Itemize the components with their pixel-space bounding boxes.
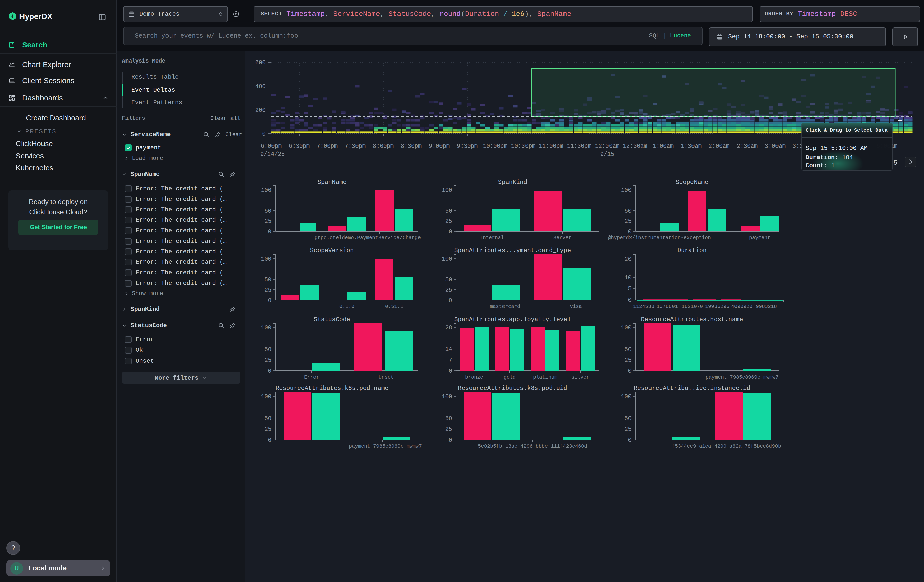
svg-text:9:00pm: 9:00pm [429, 143, 450, 150]
svg-text:10:00pm: 10:00pm [483, 143, 508, 150]
svg-text:bronze: bronze [465, 374, 483, 380]
svg-text:6:30pm: 6:30pm [289, 143, 310, 150]
svg-text:50: 50 [624, 346, 632, 353]
svg-text:7:00pm: 7:00pm [317, 143, 338, 150]
svg-text:400: 400 [255, 83, 266, 90]
svg-text:50: 50 [445, 415, 452, 422]
svg-text:100: 100 [261, 325, 271, 331]
svg-text:ScopeName: ScopeName [676, 179, 708, 186]
svg-text:SpanAttributes...yment.card_ty: SpanAttributes...yment.card_type [454, 247, 571, 254]
svg-text:25: 25 [445, 218, 452, 225]
svg-text:25: 25 [264, 287, 271, 293]
svg-text:20: 20 [624, 256, 632, 263]
svg-text:50: 50 [624, 415, 632, 422]
svg-text:10: 10 [624, 275, 632, 281]
svg-text:0: 0 [449, 229, 452, 235]
svg-text:0: 0 [449, 297, 452, 304]
svg-text:mastercard: mastercard [490, 303, 520, 310]
svg-text:Count: 1: Count: 1 [805, 162, 835, 169]
svg-text:silver: silver [571, 374, 589, 380]
svg-text:ResourceAttributes.k8s.pod.nam: ResourceAttributes.k8s.pod.name [276, 385, 388, 392]
svg-text:11:30pm: 11:30pm [567, 143, 592, 150]
svg-text:0: 0 [268, 368, 271, 374]
svg-text:Server: Server [553, 235, 572, 241]
svg-text:50: 50 [264, 346, 271, 353]
svg-text:Duration: 104: Duration: 104 [805, 154, 853, 161]
svg-text:9/15: 9/15 [600, 151, 614, 158]
svg-text:1:00am: 1:00am [653, 143, 674, 150]
svg-text:Sep 15 5:10:00 AM: Sep 15 5:10:00 AM [805, 145, 868, 152]
svg-text:0: 0 [268, 297, 271, 304]
svg-text:600: 600 [255, 59, 266, 66]
svg-text:10:30pm: 10:30pm [511, 143, 536, 150]
svg-text:1621070: 1621070 [681, 303, 703, 310]
svg-text:100: 100 [442, 394, 452, 400]
svg-text:1:30am: 1:30am [681, 143, 702, 150]
svg-text:payment: payment [749, 235, 771, 241]
svg-text:ResourceAttribu..ice.instance.: ResourceAttribu..ice.instance.id [634, 385, 751, 392]
svg-text:0: 0 [262, 131, 266, 137]
svg-text:Error: Error [304, 374, 319, 380]
svg-text:StatusCode: StatusCode [314, 316, 350, 323]
svg-text:50: 50 [264, 277, 271, 283]
svg-text:Click & Drag to Select Data: Click & Drag to Select Data [805, 127, 888, 133]
svg-text:7:30pm: 7:30pm [345, 143, 366, 150]
svg-text:25: 25 [445, 287, 452, 293]
svg-text:19935295: 19935295 [705, 303, 729, 310]
svg-text:3:00am: 3:00am [765, 143, 786, 150]
svg-text:100: 100 [442, 256, 452, 262]
svg-text:5: 5 [628, 286, 632, 292]
svg-text:100: 100 [261, 394, 271, 400]
svg-text:0.1.0: 0.1.0 [339, 303, 355, 310]
svg-text:Duration: Duration [677, 247, 706, 254]
svg-text:50: 50 [264, 415, 271, 422]
svg-text:50: 50 [445, 208, 452, 214]
svg-text:100: 100 [621, 394, 632, 400]
svg-text:0: 0 [268, 229, 271, 235]
svg-text:25: 25 [445, 426, 452, 433]
svg-text:2:00am: 2:00am [709, 143, 730, 150]
svg-text:gold: gold [503, 374, 516, 380]
svg-text:100: 100 [261, 187, 271, 194]
svg-text:1124538: 1124538 [633, 303, 654, 310]
svg-text:100: 100 [621, 325, 632, 331]
svg-text:0: 0 [628, 437, 632, 444]
svg-text:@hyperdx/instrumentation-excep: @hyperdx/instrumentation-exception [608, 235, 711, 241]
svg-text:25: 25 [624, 357, 632, 364]
svg-text:100: 100 [621, 187, 632, 194]
svg-text:25: 25 [264, 426, 271, 433]
svg-text:ScopeVersion: ScopeVersion [310, 247, 354, 254]
svg-text:1376801: 1376801 [657, 303, 678, 310]
svg-text:11:00pm: 11:00pm [539, 143, 563, 150]
svg-text:0: 0 [449, 437, 452, 444]
svg-text:0: 0 [449, 368, 452, 374]
svg-text:50: 50 [624, 208, 632, 214]
svg-text:Unset: Unset [378, 374, 394, 380]
svg-text:0: 0 [628, 297, 632, 303]
svg-text:50: 50 [445, 277, 452, 283]
svg-text:grpc.oteldemo.PaymentService/C: grpc.oteldemo.PaymentService/Charge [315, 235, 421, 241]
svg-text:25: 25 [624, 218, 632, 225]
svg-text:12:00am: 12:00am [595, 143, 620, 150]
svg-text:f5344ec9-a1ea-4290-a62a-78f5be: f5344ec9-a1ea-4290-a62a-78f5bee8d90b [672, 444, 781, 449]
svg-text:200: 200 [255, 107, 266, 114]
svg-text:9983218: 9983218 [756, 303, 777, 310]
svg-text:SpanAttributes.app.loyalty.lev: SpanAttributes.app.loyalty.level [454, 316, 571, 323]
svg-text:8:00pm: 8:00pm [373, 143, 394, 150]
svg-text:5: 5 [893, 159, 898, 167]
svg-text:14: 14 [445, 346, 452, 353]
svg-text:8:30pm: 8:30pm [401, 143, 422, 150]
svg-text:28: 28 [445, 325, 452, 331]
svg-text:9:30pm: 9:30pm [457, 143, 478, 150]
svg-text:Internal: Internal [480, 235, 504, 241]
svg-text:25: 25 [264, 357, 271, 364]
svg-text:4090920: 4090920 [731, 303, 752, 310]
svg-text:0: 0 [268, 437, 271, 444]
svg-text:9/14/25: 9/14/25 [260, 151, 285, 158]
svg-text:25: 25 [264, 218, 271, 225]
svg-text:platinum: platinum [533, 374, 558, 380]
svg-text:50: 50 [264, 208, 271, 214]
svg-text:7: 7 [449, 357, 452, 364]
svg-text:12:30am: 12:30am [623, 143, 647, 150]
svg-text:SpanName: SpanName [317, 179, 346, 186]
